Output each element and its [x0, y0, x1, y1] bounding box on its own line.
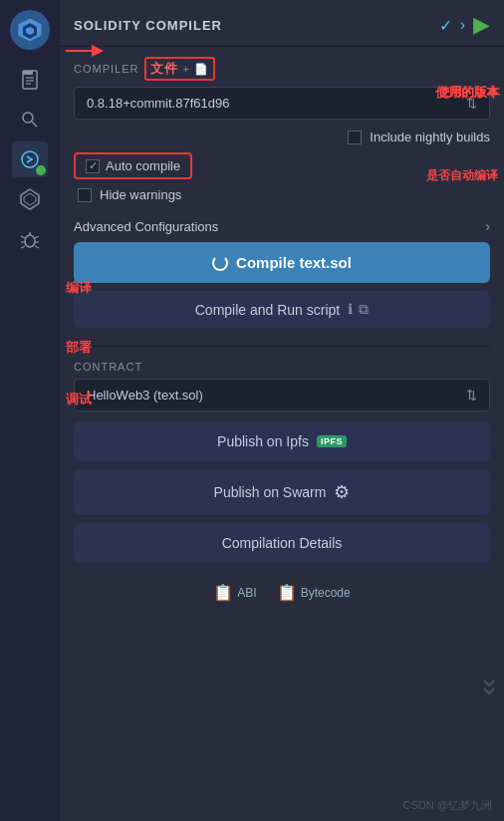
compilation-details-label: Compilation Details: [222, 535, 343, 551]
main-panel: SOLIDITY COMPILER ✓ › ▶ COMPILER 文件 + 📄 …: [60, 0, 504, 821]
contract-selector[interactable]: HelloWeb3 (text.sol) ⇅: [74, 379, 490, 411]
chevron-right-icon: ›: [485, 218, 490, 234]
bytecode-button[interactable]: 📋 Bytecode: [277, 583, 351, 602]
file-annotation-box: 文件 + 📄: [144, 57, 214, 81]
advanced-label: Advanced Configurations: [74, 219, 218, 234]
double-chevron-icon: [482, 679, 496, 701]
compile-btn-label: Compile text.sol: [236, 254, 352, 271]
header: SOLIDITY COMPILER ✓ › ▶: [60, 0, 504, 47]
sidebar-item-files[interactable]: [12, 62, 48, 98]
nightly-row: Include nightly builds: [74, 130, 490, 144]
contract-section: CONTRACT HelloWeb3 (text.sol) ⇅ Publish …: [60, 351, 504, 624]
hide-warnings-label: Hide warnings: [100, 187, 181, 202]
sidebar: [0, 0, 60, 821]
svg-point-13: [25, 235, 35, 247]
copy-icon: ⧉: [359, 301, 369, 318]
abi-button[interactable]: 📋 ABI: [213, 583, 256, 602]
arrow-icon[interactable]: ›: [460, 16, 465, 34]
sidebar-item-compiler[interactable]: [12, 141, 48, 177]
nightly-checkbox[interactable]: [348, 131, 362, 144]
bytecode-icon: 📋: [277, 583, 297, 602]
header-actions: ✓ › ▶: [439, 12, 490, 38]
swarm-icon: ⚙: [334, 481, 350, 503]
file-text: 文件: [150, 60, 178, 78]
page-title: SOLIDITY COMPILER: [74, 18, 222, 33]
svg-line-15: [21, 236, 25, 238]
compile-run-button[interactable]: Compile and Run script ℹ ⧉: [74, 291, 490, 328]
compile-spin-icon: [212, 255, 228, 271]
compilation-details-button[interactable]: Compilation Details: [74, 523, 490, 563]
sidebar-item-debug[interactable]: [12, 221, 48, 257]
svg-line-9: [32, 122, 37, 127]
contract-label: CONTRACT: [74, 361, 490, 373]
svg-line-16: [35, 236, 39, 238]
svg-point-8: [23, 113, 33, 123]
hide-warnings-checkbox[interactable]: [78, 188, 92, 202]
watermark: CSDN @忆梦九洲: [403, 798, 492, 813]
compiler-section: COMPILER 文件 + 📄 0.8.18+commit.87f61d96 ⇅…: [60, 47, 504, 342]
nightly-label: Include nightly builds: [370, 130, 490, 144]
auto-compile-box: Auto compile: [74, 152, 192, 179]
compiler-active-badge: [36, 165, 46, 175]
sidebar-item-search[interactable]: [12, 102, 48, 137]
contract-arrows: ⇅: [466, 388, 477, 403]
version-value: 0.8.18+commit.87f61d96: [87, 96, 229, 111]
selector-arrows: ⇅: [466, 96, 477, 111]
svg-point-10: [22, 151, 38, 167]
auto-compile-label: Auto compile: [106, 158, 180, 173]
publish-swarm-button[interactable]: Publish on Swarm ⚙: [74, 469, 490, 515]
abi-label: ABI: [237, 586, 256, 600]
check-icon[interactable]: ✓: [439, 16, 452, 35]
sidebar-item-deploy[interactable]: [12, 181, 48, 217]
divider-1: [74, 346, 490, 347]
auto-compile-checkbox[interactable]: [86, 159, 100, 173]
hide-warnings-row: Hide warnings: [78, 187, 490, 202]
compile-run-label: Compile and Run script: [195, 302, 341, 318]
info-icons: ℹ ⧉: [348, 301, 369, 318]
bytecode-label: Bytecode: [301, 586, 351, 600]
logo: [10, 10, 50, 50]
svg-line-19: [21, 246, 25, 248]
version-selector[interactable]: 0.8.18+commit.87f61d96 ⇅: [74, 87, 490, 120]
compile-button[interactable]: Compile text.sol: [74, 242, 490, 283]
plus-icon[interactable]: +: [182, 63, 189, 75]
publish-ipfs-label: Publish on Ipfs: [217, 433, 309, 449]
publish-ipfs-button[interactable]: Publish on Ipfs IPFS: [74, 421, 490, 461]
compiler-label: COMPILER 文件 + 📄: [74, 57, 490, 81]
advanced-config-row[interactable]: Advanced Configurations ›: [74, 210, 490, 242]
doc-icon[interactable]: 📄: [194, 63, 209, 76]
info-icon: ℹ: [348, 301, 353, 318]
contract-value: HelloWeb3 (text.sol): [87, 388, 203, 403]
svg-line-20: [35, 246, 39, 248]
svg-marker-12: [24, 193, 36, 205]
publish-swarm-label: Publish on Swarm: [214, 484, 327, 500]
bottom-bar: 📋 ABI 📋 Bytecode: [74, 571, 490, 614]
abi-icon: 📋: [213, 583, 233, 602]
play-icon[interactable]: ▶: [473, 12, 490, 38]
ipfs-badge: IPFS: [317, 435, 347, 447]
